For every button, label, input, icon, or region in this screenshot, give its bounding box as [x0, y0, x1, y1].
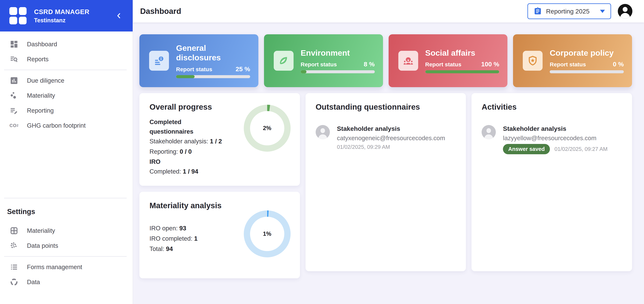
sidebar-item-data[interactable]: Data	[0, 274, 133, 289]
activity-list-item[interactable]: Stakeholder analysis lazyyellow@freesour…	[482, 125, 624, 154]
topbar: Dashboard Reporting 2025	[133, 0, 644, 23]
list-icon	[9, 262, 19, 272]
stat-title: General disclosures	[176, 43, 250, 62]
item-date: 01/02/2025, 09:27 AM	[554, 146, 608, 152]
sidebar: CSRD MANAGER Testinstanz Dashboard Repor…	[0, 0, 133, 304]
account-icon[interactable]	[618, 4, 632, 19]
page-title: Dashboard	[140, 7, 528, 16]
sidebar-item-label: Dashboard	[27, 41, 57, 48]
sidebar-divider	[4, 256, 127, 257]
app-root: CSRD MANAGER Testinstanz Dashboard Repor…	[0, 0, 644, 304]
status-cards-row: General disclosures Report status 25 % E…	[140, 34, 632, 87]
sidebar-item-dashboard[interactable]: Dashboard	[0, 37, 133, 52]
reporting-period-label: Reporting 2025	[546, 8, 590, 15]
chevron-left-icon	[115, 12, 122, 19]
overall-progress-card: Overall progress Completed questionnaire…	[140, 93, 300, 186]
bar-chart-icon	[9, 76, 19, 85]
brand-line1: CSRD MANAGER	[34, 7, 106, 16]
stat-line: Total: 94	[150, 244, 243, 254]
shield-star-icon	[523, 51, 542, 71]
reporting-period-selector[interactable]: Reporting 2025	[528, 3, 611, 19]
sidebar-item-reporting[interactable]: Reporting	[0, 103, 133, 118]
card-title: Outstanding questionnaires	[316, 102, 458, 111]
stat-line: IRO completed: 1	[150, 234, 243, 244]
report-status-label: Report status	[176, 66, 212, 73]
stat-line: Reporting: 0 / 0	[150, 146, 243, 157]
stat-line: IRO open: 93	[150, 223, 243, 234]
sidebar-item-label: Data points	[27, 242, 58, 249]
item-email: catyxenogeneic@freesourcecodes.com	[337, 134, 445, 142]
sidebar-item-due-diligence[interactable]: Due diligence	[0, 73, 133, 88]
sidebar-item-materiality[interactable]: Materiality	[0, 88, 133, 103]
card-title: Overall progress	[150, 102, 243, 111]
progress-bar	[425, 70, 499, 73]
sidebar-divider	[4, 198, 127, 198]
card-title: Activities	[482, 102, 624, 111]
donut-percent-label: 2%	[243, 104, 291, 152]
leaf-icon	[274, 51, 294, 71]
sidebar-item-data-points[interactable]: Data points	[0, 238, 133, 253]
dashboard-grid: Overall progress Completed questionnaire…	[140, 93, 632, 278]
settings-heading: Settings	[0, 201, 133, 223]
sidebar-item-label: Materiality	[27, 227, 55, 234]
item-title: Stakeholder analysis	[503, 125, 608, 132]
report-status-label: Report status	[301, 61, 337, 68]
progress-fill	[425, 70, 499, 73]
report-status-label: Report status	[425, 61, 462, 68]
document-info-icon	[149, 51, 169, 71]
dashed-circle-icon	[9, 277, 19, 287]
card-social-affairs[interactable]: Social affairs Report status 100 %	[388, 34, 508, 87]
overall-progress-donut: 2%	[243, 104, 291, 152]
sidebar-item-label: Data	[27, 278, 40, 286]
brand: CSRD MANAGER Testinstanz	[34, 7, 106, 24]
report-status-percent: 100 %	[481, 61, 499, 68]
app-logo-icon	[9, 7, 26, 24]
card-corporate-policy[interactable]: Corporate policy Report status 0 %	[513, 34, 632, 87]
item-title: Stakeholder analysis	[337, 125, 445, 132]
materiality-analysis-card: Materiality analysis IRO open: 93 IRO co…	[140, 192, 300, 278]
sidebar-header: CSRD MANAGER Testinstanz	[0, 0, 133, 32]
brand-line2: Testinstanz	[34, 16, 106, 24]
stat-body: Corporate policy Report status 0 %	[550, 48, 624, 73]
activities-card: Activities Stakeholder analysis lazyyell…	[472, 93, 632, 271]
iro-heading: IRO	[150, 157, 243, 167]
sidebar-item-reports[interactable]: Reports	[0, 52, 133, 67]
reports-search-icon	[9, 55, 19, 64]
stat-line: Stakeholder analysis: 1 / 2	[150, 136, 243, 146]
card-title: Materiality analysis	[150, 201, 243, 210]
card-environment[interactable]: Environment Report status 8 %	[264, 34, 383, 87]
answer-saved-badge: Answer saved	[503, 144, 550, 154]
stat-title: Environment	[301, 48, 375, 58]
sidebar-item-settings-materiality[interactable]: Materiality	[0, 223, 133, 238]
questionnaire-list-item[interactable]: Stakeholder analysis catyxenogeneic@free…	[316, 125, 458, 150]
item-email: lazyyellow@freesourcecodes.com	[503, 134, 608, 142]
sidebar-item-label: GHG carbon footprint	[27, 122, 86, 129]
stat-body: Social affairs Report status 100 %	[425, 48, 499, 73]
grid-window-icon	[9, 226, 19, 235]
sidebar-collapse-button[interactable]	[113, 10, 124, 21]
progress-bar	[176, 75, 250, 78]
materiality-donut: 1%	[243, 210, 291, 258]
completed-questionnaires-heading: Completed questionnaires	[150, 117, 213, 136]
item-date: 01/02/2025, 09:29 AM	[337, 144, 445, 150]
card-general-disclosures[interactable]: General disclosures Report status 25 %	[140, 34, 258, 87]
dashboard-content: General disclosures Report status 25 % E…	[133, 23, 644, 304]
progress-fill	[176, 75, 194, 78]
sidebar-item-label: Reports	[27, 56, 49, 63]
sidebar-item-ghg[interactable]: CO2 GHG carbon footprint	[0, 118, 133, 133]
sidebar-item-forms-management[interactable]: Forms management	[0, 260, 133, 274]
report-status-percent: 25 %	[236, 65, 250, 73]
co2-icon: CO2	[9, 121, 19, 130]
stat-title: Social affairs	[425, 48, 499, 58]
donut-percent-label: 1%	[243, 210, 291, 258]
report-status-label: Report status	[550, 61, 586, 68]
clipboard-icon	[534, 7, 542, 15]
main-area: Dashboard Reporting 2025 General disclos…	[133, 0, 644, 304]
stat-body: Environment Report status 8 %	[301, 48, 375, 73]
stat-line: Completed: 1 / 94	[150, 167, 243, 177]
stat-body: General disclosures Report status 25 %	[176, 43, 250, 78]
report-status-percent: 0 %	[613, 61, 624, 68]
sidebar-nav: Dashboard Reports Due diligence Materi	[0, 32, 133, 304]
people-icon	[398, 51, 418, 71]
progress-bar	[301, 70, 375, 73]
